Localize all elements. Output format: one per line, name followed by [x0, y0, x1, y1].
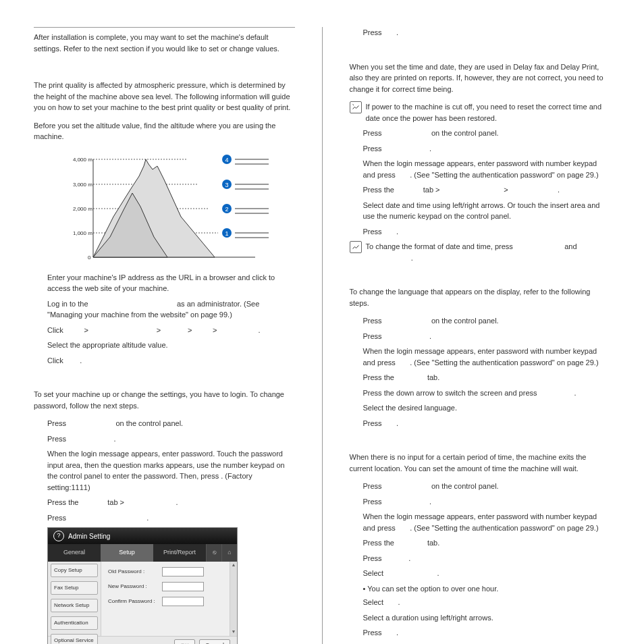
- step: When the login message appears, enter pa…: [350, 346, 611, 368]
- step: When the login message appears, enter pa…: [350, 158, 611, 180]
- step: Press .: [350, 27, 611, 38]
- note-icon: [350, 101, 362, 113]
- step: Press .: [34, 512, 295, 524]
- step: Enter your machine's IP address as the U…: [34, 272, 295, 294]
- tab-setup[interactable]: Setup: [101, 544, 153, 562]
- axis-label: 1,000 m: [73, 230, 92, 236]
- step: Press the tab > > .: [350, 184, 611, 196]
- tab-general[interactable]: General: [48, 544, 101, 562]
- svg-text:1: 1: [225, 230, 229, 237]
- svg-text:3: 3: [225, 182, 229, 188]
- step: Press the tab.: [350, 372, 611, 383]
- home-icon[interactable]: ⌂: [221, 544, 237, 562]
- dialog-title: Admin Setting: [68, 531, 110, 541]
- paragraph: Before you set the altitude value, find …: [34, 120, 295, 142]
- step: Click > > > > .: [34, 325, 295, 336]
- confirm-password-input[interactable]: [162, 597, 204, 606]
- admin-dialog: ? Admin Setting General Setup Print/Repo…: [47, 527, 238, 644]
- axis-label: 3,000 m: [73, 182, 92, 188]
- step: Press .: [350, 226, 611, 238]
- field-label: New Password :: [108, 583, 162, 591]
- sidebar-item[interactable]: Network Setup: [51, 599, 98, 612]
- step: Select the desired language.: [350, 402, 611, 414]
- top-rule: [34, 27, 295, 28]
- sidebar-item[interactable]: Authentication: [51, 616, 98, 630]
- step: When the login message appears, enter pa…: [34, 448, 295, 493]
- old-password-input[interactable]: [162, 567, 204, 576]
- axis-label: 2,000 m: [73, 206, 92, 212]
- step: Press the down arrow to switch the scree…: [350, 387, 611, 399]
- tab-print-report[interactable]: Print/Report: [153, 544, 206, 562]
- step: Click .: [34, 355, 295, 367]
- dialog-form: Old Password : New Password : Confirm Pa…: [101, 562, 230, 636]
- paragraph: The print quality is affected by atmosph…: [34, 80, 295, 113]
- step: Press .: [350, 496, 611, 508]
- note-text: If power to the machine is cut off, you …: [366, 101, 611, 124]
- altitude-diagram: 4,000 m 3,000 m 2,000 m 1,000 m 0 4 3 2 …: [53, 149, 275, 264]
- step: Press the tab > .: [34, 497, 295, 508]
- step: Press .: [350, 627, 611, 639]
- sidebar-item[interactable]: Optional Service: [51, 634, 98, 645]
- paragraph: To change the language that appears on t…: [350, 286, 611, 308]
- step: Press the tab.: [350, 537, 611, 549]
- svg-text:2: 2: [225, 206, 229, 213]
- step: Select .: [350, 597, 611, 608]
- logout-icon[interactable]: ⎋: [206, 544, 221, 562]
- step: Press .: [350, 553, 611, 564]
- sidebar-item[interactable]: Fax Setup: [51, 581, 98, 595]
- note-icon: [350, 241, 362, 253]
- step: Press on the control panel.: [350, 481, 611, 492]
- step: Press on the control panel.: [350, 128, 611, 139]
- new-password-input[interactable]: [162, 582, 204, 591]
- axis-label: 4,000 m: [73, 157, 92, 163]
- note: If power to the machine is cut off, you …: [350, 101, 611, 124]
- step: Press .: [350, 331, 611, 342]
- dialog-header: ? Admin Setting: [48, 528, 237, 544]
- left-column: After installation is complete, you may …: [34, 27, 295, 644]
- paragraph: To set your machine up or change the set…: [34, 389, 295, 411]
- note-text: To change the format of date and time, p…: [366, 241, 577, 263]
- field-label: Confirm Password :: [108, 597, 162, 606]
- right-column: Press . When you set the time and date, …: [350, 27, 611, 644]
- column-divider: [322, 27, 323, 644]
- step: Select a duration using left/right arrow…: [350, 612, 611, 624]
- paragraph: When you set the time and date, they are…: [350, 61, 611, 95]
- ok-button[interactable]: OK: [174, 639, 195, 645]
- step: Press on the control panel.: [34, 418, 295, 429]
- svg-text:4: 4: [225, 157, 229, 163]
- step: Press on the control panel.: [350, 315, 611, 327]
- paragraph: When there is no input for a certain per…: [350, 452, 611, 474]
- step: When the login message appears, enter pa…: [350, 511, 611, 533]
- paragraph: After installation is complete, you may …: [34, 32, 295, 54]
- scrollbar[interactable]: [230, 562, 237, 636]
- step: Press .: [350, 418, 611, 429]
- page: After installation is complete, you may …: [34, 27, 610, 644]
- field-label: Old Password :: [108, 568, 162, 576]
- dialog-sidebar: Copy Setup Fax Setup Network Setup Authe…: [48, 562, 101, 636]
- dialog-tabs: General Setup Print/Report ⎋ ⌂: [48, 544, 237, 562]
- step: Press .: [34, 433, 295, 445]
- step: Select .: [350, 568, 611, 579]
- step: Select the appropriate altitude value.: [34, 340, 295, 351]
- help-icon[interactable]: ?: [53, 531, 64, 541]
- sidebar-item[interactable]: Copy Setup: [51, 564, 98, 577]
- step: Select date and time using left/right ar…: [350, 200, 611, 222]
- sub-step: • You can set the option to over one hou…: [350, 583, 611, 595]
- cancel-button[interactable]: Cancel: [199, 639, 230, 645]
- note: To change the format of date and time, p…: [350, 241, 611, 263]
- step: Press .: [350, 143, 611, 155]
- step: Log in to the as an administrator. (See …: [34, 298, 295, 321]
- axis-label: 0: [88, 254, 91, 261]
